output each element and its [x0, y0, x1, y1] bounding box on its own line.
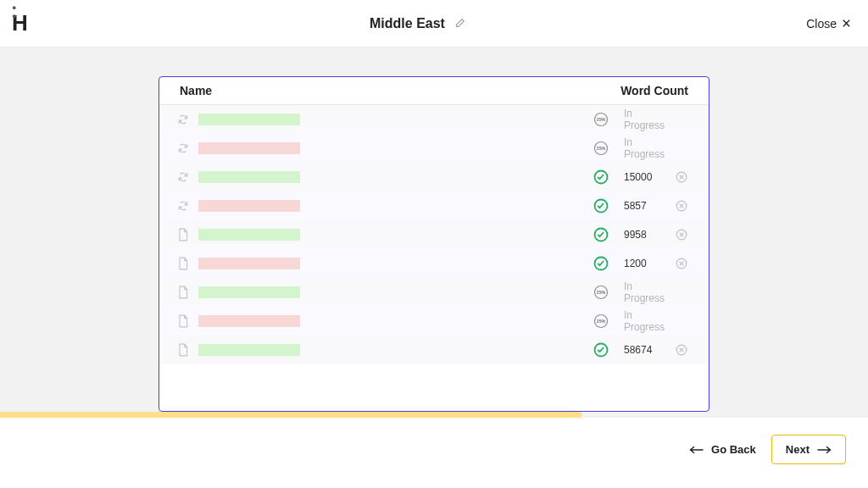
close-icon [842, 19, 851, 28]
delete-row-icon[interactable] [675, 200, 688, 212]
word-count-value: In Progress [624, 280, 675, 304]
progress-bar [0, 412, 868, 418]
word-count-value: In Progress [624, 136, 675, 160]
refresh-icon [176, 142, 190, 154]
app-header: ● ● H Middle East Close [0, 0, 868, 47]
table-row[interactable]: 1200 [159, 249, 709, 278]
arrow-left-icon [689, 445, 704, 455]
table-row[interactable]: 25%In Progress [159, 278, 709, 307]
name-placeholder-bar [198, 200, 300, 212]
svg-text:25%: 25% [597, 117, 606, 122]
go-back-button[interactable]: Go Back [689, 443, 756, 456]
refresh-icon [176, 171, 190, 183]
progress-percent-icon: 25% [593, 313, 609, 329]
next-label: Next [786, 443, 810, 456]
progress-percent-icon: 25% [593, 112, 609, 127]
svg-text:25%: 25% [597, 146, 606, 151]
document-icon [176, 314, 190, 328]
word-count-value: In Progress [624, 108, 675, 131]
document-icon [176, 343, 190, 357]
table-row[interactable]: 25%In Progress [159, 134, 709, 163]
check-circle-icon [593, 342, 609, 358]
progress-percent-icon: 25% [593, 285, 609, 300]
progress-percent-icon: 25% [593, 141, 609, 156]
name-placeholder-bar [198, 114, 300, 125]
word-count-value: 5857 [624, 200, 675, 212]
name-placeholder-bar [198, 286, 300, 298]
logo-dots-icon: ● ● [12, 3, 29, 20]
close-label: Close [806, 17, 837, 30]
document-icon [176, 257, 190, 270]
name-placeholder-bar [198, 315, 300, 327]
check-circle-icon [593, 198, 609, 214]
files-panel: Name Word Count 25%In Progress25%In Prog… [159, 76, 709, 412]
title-wrap: Middle East [370, 16, 465, 31]
refresh-icon [176, 200, 190, 212]
delete-row-icon[interactable] [675, 229, 688, 241]
refresh-icon [176, 114, 190, 125]
name-placeholder-bar [198, 229, 300, 241]
word-count-value: 15000 [624, 171, 675, 183]
delete-row-icon[interactable] [675, 344, 688, 356]
next-button[interactable]: Next [771, 435, 846, 464]
svg-text:25%: 25% [597, 290, 606, 295]
table-row[interactable]: 58674 [159, 336, 709, 364]
name-placeholder-bar [198, 171, 300, 183]
name-placeholder-bar [198, 344, 300, 356]
document-icon [176, 228, 190, 241]
table-row[interactable]: 25%In Progress [159, 105, 709, 134]
table-header: Name Word Count [159, 77, 709, 105]
stage-area: Name Word Count 25%In Progress25%In Prog… [0, 47, 868, 412]
table-rows[interactable]: 25%In Progress25%In Progress150005857995… [159, 105, 709, 411]
word-count-value: 58674 [624, 344, 675, 356]
edit-title-icon[interactable] [453, 18, 465, 30]
table-row[interactable]: 15000 [159, 163, 709, 191]
app-logo: ● ● H [12, 10, 29, 36]
word-count-value: In Progress [624, 309, 675, 333]
document-icon [176, 286, 190, 299]
page-title: Middle East [370, 16, 445, 31]
footer: Go Back Next [0, 412, 868, 488]
check-circle-icon [593, 227, 609, 242]
progress-fill [0, 412, 581, 418]
table-row[interactable]: 5857 [159, 191, 709, 220]
delete-row-icon[interactable] [675, 171, 688, 183]
col-header-name: Name [180, 84, 212, 97]
go-back-label: Go Back [711, 443, 756, 456]
col-header-wordcount: Word Count [620, 84, 688, 97]
arrow-right-icon [816, 445, 832, 455]
delete-row-icon[interactable] [675, 258, 688, 269]
word-count-value: 1200 [624, 258, 675, 269]
word-count-value: 9958 [624, 229, 675, 241]
name-placeholder-bar [198, 142, 300, 154]
close-button[interactable]: Close [806, 17, 851, 30]
name-placeholder-bar [198, 258, 300, 269]
table-row[interactable]: 25%In Progress [159, 307, 709, 336]
table-row[interactable]: 9958 [159, 220, 709, 249]
check-circle-icon [593, 169, 609, 185]
check-circle-icon [593, 256, 609, 271]
svg-text:25%: 25% [597, 319, 606, 324]
